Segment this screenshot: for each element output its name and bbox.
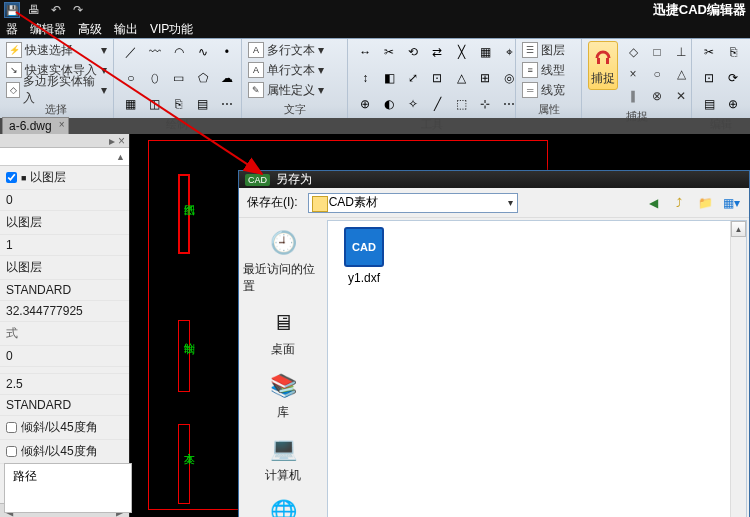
property-checkbox[interactable] [6,422,17,433]
snap-icon[interactable]: □ [646,41,668,63]
save-icon[interactable]: 💾 [4,2,20,18]
undo-icon[interactable]: ↶ [48,2,64,18]
tool-icon[interactable]: ↔ [354,41,376,63]
point-icon[interactable]: • [216,41,238,63]
arc-icon[interactable]: ◠ [168,41,190,63]
cloud-icon[interactable]: ☁ [216,67,238,89]
tool-icon[interactable]: ✧ [402,93,424,115]
ellipse-icon[interactable]: ⬯ [144,67,166,89]
property-row[interactable]: 2.5 [0,374,129,395]
print-icon[interactable]: 🖶 [26,2,42,18]
tool-icon[interactable]: ◧ [378,67,400,89]
snap-icon[interactable]: △ [670,63,692,85]
tool-icon[interactable]: ╱ [426,93,448,115]
insert-icon[interactable]: ⎘ [168,93,190,115]
block-icon[interactable]: ◫ [144,93,166,115]
snap-icon[interactable]: ∥ [622,85,644,107]
places-item[interactable]: 📚库 [243,367,323,424]
snap-button[interactable]: 捕捉 [588,41,618,90]
tool-icon[interactable]: ⊕ [354,93,376,115]
hatch-icon[interactable]: ▦ [120,93,142,115]
file-list[interactable]: CAD y1.dxf ▲ ▼ [327,220,747,517]
ribbon-item[interactable]: ☰图层 [522,41,565,59]
ribbon-item[interactable]: ✎属性定义▾ [248,81,324,99]
menu-item[interactable]: 高级 [78,21,102,38]
image-icon[interactable]: ▤ [192,93,214,115]
view-icon[interactable]: ▦▾ [721,193,741,213]
places-item[interactable]: 💻计算机 [243,430,323,487]
places-item[interactable]: 🌐网络 [243,493,323,517]
circle-icon[interactable]: ○ [120,67,142,89]
tool-icon[interactable]: ⟲ [402,41,424,63]
edit-icon[interactable]: ✂ [698,41,720,63]
scroll-up-icon[interactable]: ▲ [731,221,746,237]
close-icon[interactable]: × [59,119,65,130]
tool-icon[interactable]: ⊞ [474,67,496,89]
property-row[interactable]: 倾斜/以45度角 [0,416,129,440]
tool-icon[interactable]: ⬚ [450,93,472,115]
menu-item[interactable]: VIP功能 [150,21,193,38]
tool-icon[interactable]: ⇄ [426,41,448,63]
tool-icon[interactable]: ⊹ [474,93,496,115]
tool-icon[interactable]: △ [450,67,472,89]
property-row[interactable]: 倾斜/以45度角 [0,440,129,464]
redo-icon[interactable]: ↷ [70,2,86,18]
spline-icon[interactable]: ∿ [192,41,214,63]
ribbon-item[interactable]: ◇多边形实体输入▾ [6,81,107,99]
polyline-icon[interactable]: 〰 [144,41,166,63]
new-folder-icon[interactable]: 📁 [695,193,715,213]
document-tab[interactable]: a-6.dwg× [2,117,69,134]
places-item[interactable]: 🕘最近访问的位置 [243,224,323,298]
more-icon[interactable]: ⋯ [216,93,238,115]
property-checkbox[interactable] [6,446,17,457]
menu-item[interactable]: 编辑器 [30,21,66,38]
menu-item[interactable]: 输出 [114,21,138,38]
property-row[interactable]: 0 [0,346,129,367]
tool-icon[interactable]: ⤢ [402,67,424,89]
property-row[interactable]: 以图层 [0,211,129,235]
property-row[interactable]: 32.344777925 [0,301,129,322]
ribbon-item[interactable]: ≡线型 [522,61,565,79]
tool-icon[interactable]: ↕ [354,67,376,89]
property-row[interactable]: STANDARD [0,395,129,416]
line-icon[interactable]: ／ [120,41,142,63]
up-icon[interactable]: ⤴ [669,193,689,213]
tool-icon[interactable]: ◐ [378,93,400,115]
snap-icon[interactable]: ⊥ [670,41,692,63]
property-checkbox[interactable] [6,172,17,183]
property-row[interactable]: 0 [0,190,129,211]
scrollbar[interactable]: ▲ ▼ [730,221,746,517]
snap-icon[interactable]: ✕ [670,85,692,107]
rect-icon[interactable]: ▭ [168,67,190,89]
tool-icon[interactable]: ╳ [450,41,472,63]
property-row[interactable] [0,367,129,374]
property-row[interactable]: 1 [0,235,129,256]
snap-icon[interactable]: ◇ [622,41,644,63]
property-row[interactable]: ■以图层 [0,166,129,190]
snap-icon[interactable]: ○ [646,63,668,85]
edit-icon[interactable]: ⎘ [722,41,744,63]
ribbon-item[interactable]: ⚡快速选择▾ [6,41,107,59]
save-in-combo[interactable]: CAD素材 [308,193,518,213]
edit-icon[interactable]: ⟳ [722,67,744,89]
tool-icon[interactable]: ⊡ [426,67,448,89]
ribbon-item[interactable]: ═线宽 [522,81,565,99]
edit-icon[interactable]: ⊕ [722,93,744,115]
ribbon-item[interactable]: A多行文本▾ [248,41,324,59]
property-row[interactable]: STANDARD [0,280,129,301]
property-row[interactable]: 式 [0,322,129,346]
snap-icon[interactable]: ⊗ [646,85,668,107]
snap-icon[interactable]: × [622,63,644,85]
tool-icon[interactable]: ▦ [474,41,496,63]
places-item[interactable]: 🖥桌面 [243,304,323,361]
tool-icon[interactable]: ✂ [378,41,400,63]
property-row[interactable]: 以图层 [0,256,129,280]
edit-icon[interactable]: ▤ [698,93,720,115]
file-item[interactable]: CAD y1.dxf [334,227,394,285]
polygon-icon[interactable]: ⬠ [192,67,214,89]
menu-item[interactable]: 器 [6,21,18,38]
edit-icon[interactable]: ⊡ [698,67,720,89]
scroll-up-icon[interactable]: ▲ [116,152,125,162]
panel-control-icon[interactable]: ▸ × [109,134,125,147]
back-icon[interactable]: ◀ [643,193,663,213]
